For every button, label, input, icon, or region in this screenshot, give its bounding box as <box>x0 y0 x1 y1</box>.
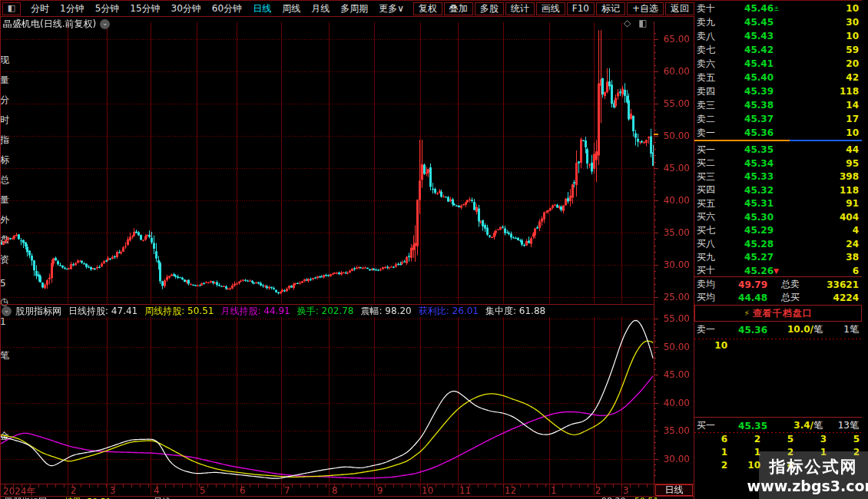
sell-level-row[interactable]: 卖二45.3717 <box>694 112 862 126</box>
level-price: 45.46 <box>726 3 774 14</box>
y-axis-label-main: 65.00 <box>654 34 690 45</box>
menu-action-叠加[interactable]: 叠加 <box>444 2 473 15</box>
sell-one-count: 1笔 <box>823 323 862 336</box>
buy-level-row[interactable]: 买五45.3191 <box>694 197 862 210</box>
buy-level-row[interactable]: 买八45.2824 <box>694 237 862 251</box>
tab-period-月线[interactable]: 月线 <box>306 2 335 15</box>
level-qty: 6 <box>784 266 862 276</box>
tab-period-分时[interactable]: 分时 <box>25 2 55 15</box>
buy-level-row[interactable]: 买四45.32118 <box>694 183 862 197</box>
buy-level-row[interactable]: 买九45.2738 <box>694 250 862 264</box>
level-qty: 118 <box>784 185 862 196</box>
buy-level-row[interactable]: 买一45.3544 <box>694 143 862 157</box>
level-qty: 30 <box>784 17 862 28</box>
next-pane-clipped-row: 股朋指标网持股: 50.51日线98.2050.51 <box>0 496 694 499</box>
menu-action-F10[interactable]: F10 <box>567 2 595 15</box>
sell-strength-segment <box>694 140 790 141</box>
panel-divider[interactable] <box>0 304 654 305</box>
y-axis-label-main: 25.00 <box>654 292 690 302</box>
tab-period-15分钟[interactable]: 15分钟 <box>124 2 165 15</box>
buy-one-price: 45.35 <box>724 421 767 431</box>
queue-row: 62535 <box>694 434 862 447</box>
dotted-divider <box>694 432 862 433</box>
tab-period-30分钟[interactable]: 30分钟 <box>166 2 207 15</box>
buy-level-row[interactable]: 买六45.30404 <box>694 210 862 224</box>
avg-label: 买均 <box>694 291 723 304</box>
buy-one-per-order: 3.4/笔 <box>767 419 823 432</box>
average-row: 买均44.48总买4224 <box>694 291 862 304</box>
x-axis-month-label: 11 <box>459 485 471 496</box>
tab-period-多周期[interactable]: 多周期 <box>335 2 373 15</box>
clipped-text: 股朋指标网 <box>5 496 47 499</box>
level-label: 买二 <box>694 157 726 170</box>
indicator-field: 震幅: 98.20 <box>361 305 412 318</box>
tab-period-更多∨[interactable]: 更多∨ <box>373 2 409 15</box>
sell-level-row[interactable]: 卖七45.4259 <box>694 43 862 57</box>
sell-level-row[interactable]: 卖八45.4310 <box>694 29 862 43</box>
level-price: 45.32 <box>726 185 774 196</box>
watermark-url: www.zbgs3.com <box>747 478 868 494</box>
y-axis-label-main: 30.00 <box>654 259 690 270</box>
tab-period-日线[interactable]: 日线 <box>247 2 277 15</box>
tab-period-1分钟[interactable]: 1分钟 <box>55 2 90 15</box>
menu-action-标记[interactable]: 标记 <box>596 2 625 15</box>
sell-level-row[interactable]: 卖三45.3814 <box>694 98 862 112</box>
menu-action-+自选[interactable]: +自选 <box>627 2 664 15</box>
sell-level-row[interactable]: 卖十45.46±10 <box>694 2 862 15</box>
menu-action-统计[interactable]: 统计 <box>505 2 535 15</box>
avg-value: 49.79 <box>723 279 767 290</box>
sell-level-row[interactable]: 卖四45.39118 <box>694 84 862 98</box>
y-axis-label-sub: 55.00 <box>654 313 690 324</box>
sell-one-per-order: 10.0/笔 <box>767 323 823 336</box>
tab-period-60分钟[interactable]: 60分钟 <box>207 2 247 15</box>
sell-level-row[interactable]: 卖五45.4042 <box>694 71 862 84</box>
level-price: 45.39 <box>726 86 774 97</box>
buy-level-row[interactable]: 买二45.3495 <box>694 157 862 170</box>
sell-level-row[interactable]: 卖一45.3610 <box>694 126 862 140</box>
buy-level-row[interactable]: 买十45.26▼6 <box>694 264 862 278</box>
left-border <box>0 0 1 499</box>
buy-level-row[interactable]: 买三45.33398 <box>694 170 862 183</box>
menu-action-返回[interactable]: 返回 <box>665 2 694 15</box>
candlestick-chart-canvas[interactable] <box>0 0 695 499</box>
sell-level-row[interactable]: 卖六45.4120 <box>694 57 862 71</box>
level-qty: 14 <box>784 100 862 111</box>
menu-action-复权[interactable]: 复权 <box>413 2 442 15</box>
buy-one-detail-row[interactable]: 买一 45.35 3.4/笔 13笔 <box>694 419 862 432</box>
menu-action-多股[interactable]: 多股 <box>475 2 504 15</box>
thousand-level-button[interactable]: ⚡ 查看千档盘口 <box>694 305 862 322</box>
clipped-text: 日线 <box>154 496 171 499</box>
indicator-field: 集中度: 61.88 <box>485 305 545 318</box>
sell-one-detail-row[interactable]: 卖一 45.36 10.0/笔 1笔 <box>694 323 862 336</box>
tab-period-5分钟[interactable]: 5分钟 <box>90 2 125 15</box>
queue-cell: 3 <box>793 434 827 447</box>
queue-cell: 6 <box>694 434 727 447</box>
title-dropdown-icon[interactable]: ⌄ <box>100 19 110 29</box>
menu-action-画线[interactable]: 画线 <box>536 2 565 15</box>
chart-corner-icons[interactable]: ◇◧ <box>624 18 655 28</box>
queue-cell: 5 <box>827 434 860 447</box>
divider <box>694 417 862 418</box>
total-value: 33621 <box>800 279 862 290</box>
app-panel-icon[interactable]: ◧ <box>2 2 21 15</box>
clipped-text: 持股: 50.51 <box>65 496 111 499</box>
level-price: 45.41 <box>726 58 774 69</box>
level-price: 45.34 <box>726 158 774 169</box>
buy-level-row[interactable]: 买七45.294 <box>694 223 862 237</box>
trading-app-window: ◧ 分时1分钟5分钟15分钟30分钟60分钟日线周线月线多周期更多∨ 复权叠加多… <box>0 0 868 499</box>
level-label: 卖七 <box>694 44 726 57</box>
top-menu-bar: ◧ 分时1分钟5分钟15分钟30分钟60分钟日线周线月线多周期更多∨ 复权叠加多… <box>0 0 694 17</box>
indicator-field: 换手: 202.78 <box>297 305 354 318</box>
indicator-dropdown-icon[interactable]: ⌄ <box>2 306 12 316</box>
level-label: 卖五 <box>694 71 726 84</box>
menu-actions: 复权叠加多股统计画线F10标记+自选返回 <box>412 1 694 16</box>
level-label: 买九 <box>694 251 726 264</box>
x-axis-month-label: 6 <box>240 485 246 496</box>
level-price: 45.26 <box>726 266 774 276</box>
level-price: 45.40 <box>726 72 774 83</box>
period-box[interactable]: 日线 <box>655 484 693 496</box>
current-price-tick <box>654 134 658 135</box>
x-axis: 日线 2024年23456789101112123 <box>0 484 694 497</box>
sell-level-row[interactable]: 卖九45.4530 <box>694 15 862 29</box>
tab-period-周线[interactable]: 周线 <box>277 2 306 15</box>
